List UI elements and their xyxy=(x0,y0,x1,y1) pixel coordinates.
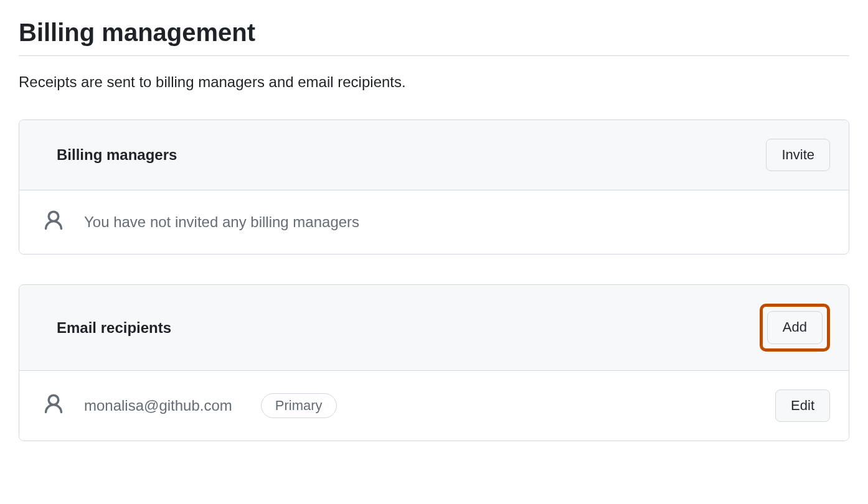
billing-managers-panel: Billing managers Invite You have not inv… xyxy=(19,119,849,254)
page-description: Receipts are sent to billing managers an… xyxy=(19,73,849,91)
billing-managers-header: Billing managers Invite xyxy=(19,120,849,190)
add-button-highlight: Add xyxy=(760,304,830,351)
person-icon xyxy=(42,209,65,235)
add-button[interactable]: Add xyxy=(767,311,823,343)
person-icon xyxy=(42,393,65,419)
edit-button[interactable]: Edit xyxy=(775,390,830,422)
invite-button[interactable]: Invite xyxy=(766,139,830,171)
billing-managers-heading: Billing managers xyxy=(57,146,177,164)
primary-badge: Primary xyxy=(261,393,337,418)
email-recipients-panel: Email recipients Add monalisa@github.com… xyxy=(19,284,849,441)
email-recipients-header: Email recipients Add xyxy=(19,285,849,370)
billing-managers-body: You have not invited any billing manager… xyxy=(19,190,849,254)
recipient-email: monalisa@github.com xyxy=(84,397,232,414)
billing-managers-empty-text: You have not invited any billing manager… xyxy=(84,213,359,231)
email-recipient-row: monalisa@github.com Primary Edit xyxy=(19,371,849,441)
page-title: Billing management xyxy=(19,19,849,56)
email-recipients-heading: Email recipients xyxy=(57,319,171,337)
